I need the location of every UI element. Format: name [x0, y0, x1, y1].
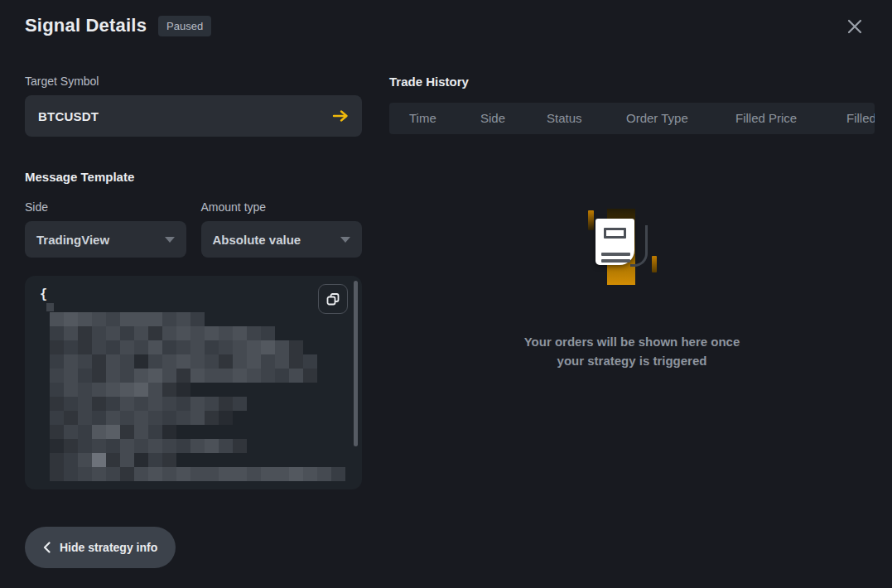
hide-strategy-info-button[interactable]: Hide strategy info	[25, 527, 176, 568]
redacted-code-content	[50, 312, 347, 481]
arrow-right-icon[interactable]	[332, 109, 349, 123]
target-symbol-value: BTCUSDT	[38, 109, 99, 123]
strategy-info-panel: Target Symbol BTCUSDT Message Template S…	[25, 75, 362, 568]
side-select-value: TradingView	[36, 233, 109, 247]
code-scrollbar[interactable]	[354, 281, 358, 446]
empty-orders-illustration	[582, 209, 682, 292]
column-header-order-type: Order Type	[626, 103, 688, 134]
empty-state-line1: Your orders will be shown here once	[524, 335, 740, 349]
column-header-status: Status	[547, 103, 582, 134]
message-template-code-block[interactable]: {	[25, 276, 362, 489]
column-header-time: Time	[409, 103, 436, 134]
code-open-brace: {	[40, 287, 47, 301]
column-header-filled: Filled	[846, 103, 875, 134]
empty-state: Your orders will be shown here once your…	[389, 209, 875, 370]
code-cursor-block	[46, 303, 54, 311]
chevron-down-icon	[165, 237, 175, 243]
modal-body: Target Symbol BTCUSDT Message Template S…	[25, 75, 892, 568]
candle-bar-right	[652, 256, 657, 272]
trade-history-heading: Trade History	[389, 75, 875, 89]
chevron-down-icon	[340, 237, 350, 243]
column-header-filled-price: Filled Price	[735, 103, 797, 134]
close-button[interactable]	[845, 17, 865, 36]
status-badge: Paused	[158, 16, 211, 36]
receipt-header-box	[604, 228, 626, 239]
hide-strategy-info-label: Hide strategy info	[60, 541, 157, 554]
amount-type-select-value: Absolute value	[213, 233, 301, 247]
receipt-line	[601, 253, 630, 256]
empty-state-line2: your strategy is triggered	[557, 354, 707, 368]
amount-type-select[interactable]: Absolute value	[201, 221, 363, 258]
empty-state-message: Your orders will be shown here once your…	[389, 332, 875, 370]
message-template-heading: Message Template	[25, 170, 362, 184]
side-field: Side TradingView	[25, 200, 186, 258]
receipt-line	[601, 259, 630, 263]
signal-details-modal: Signal Details Paused Target Symbol BTCU…	[0, 0, 892, 588]
copy-icon	[326, 292, 340, 306]
target-symbol-input[interactable]: BTCUSDT	[25, 95, 362, 137]
target-symbol-label: Target Symbol	[25, 75, 362, 88]
order-receipt-icon	[595, 219, 634, 265]
chevron-left-icon	[43, 542, 51, 553]
side-select[interactable]: TradingView	[25, 221, 186, 258]
template-options-row: Side TradingView Amount type Absolute va…	[25, 200, 362, 258]
copy-button[interactable]	[318, 284, 348, 314]
amount-type-label: Amount type	[201, 200, 363, 214]
close-icon	[847, 19, 862, 34]
side-label: Side	[25, 200, 186, 214]
amount-type-field: Amount type Absolute value	[201, 200, 363, 258]
modal-header: Signal Details Paused	[25, 13, 892, 38]
column-header-side: Side	[480, 103, 505, 134]
candle-bar-left	[588, 210, 594, 230]
trade-history-header-row: TimeSideStatusOrder TypeFilled PriceFill…	[389, 103, 875, 134]
page-title: Signal Details	[25, 15, 147, 36]
trade-history-panel: Trade History TimeSideStatusOrder TypeFi…	[389, 75, 892, 568]
